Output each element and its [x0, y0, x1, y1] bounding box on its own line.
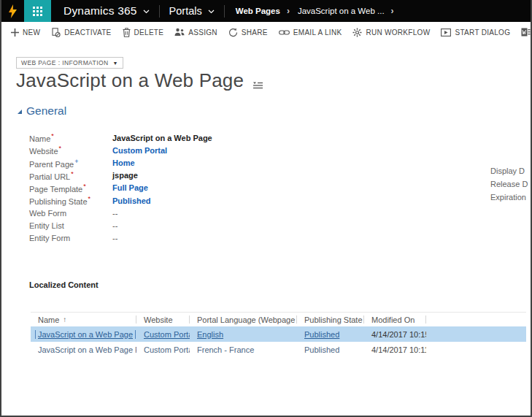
- row-language-link[interactable]: French - France: [190, 345, 297, 354]
- column-header-website[interactable]: Website: [136, 313, 190, 326]
- field-publishing-state: Publishing State* Published: [1, 194, 483, 207]
- recommended-mark: +: [74, 158, 78, 165]
- required-mark: *: [51, 132, 54, 139]
- play-box-icon: [441, 28, 451, 37]
- field-value-website-link[interactable]: Custom Portal: [112, 146, 167, 155]
- row-website-link[interactable]: Custom Portal: [136, 345, 190, 354]
- row-name-link[interactable]: JavaScript on a Web Page: [35, 330, 136, 339]
- field-page-template: Page Template* Full Page: [1, 182, 483, 194]
- field-parent-page: Parent Page+ Home: [1, 156, 483, 169]
- column-header-modified-on[interactable]: Modified On: [364, 313, 426, 326]
- breadcrumb-chevron-icon[interactable]: ›: [391, 6, 394, 16]
- record-set-navigator-icon[interactable]: [252, 72, 263, 94]
- start-dialog-button[interactable]: START DIALOG: [441, 28, 510, 37]
- share-button[interactable]: SHARE: [228, 28, 268, 37]
- app-window: Dynamics 365 Portals Web Pages › JavaScr…: [0, 0, 532, 417]
- field-website: Website* Custom Portal: [1, 144, 483, 156]
- right-column-field-labels: Display D Release D Expiration: [490, 167, 532, 207]
- field-name: Name* JavaScript on a Web Page: [1, 131, 483, 144]
- row-state-link[interactable]: Published: [304, 330, 339, 339]
- chevron-down-icon[interactable]: [143, 9, 150, 14]
- breadcrumb-web-pages[interactable]: Web Pages: [236, 7, 280, 15]
- field-entity-form: Entity Form --: [1, 232, 483, 245]
- required-mark: *: [88, 195, 91, 202]
- row-state-link[interactable]: Published: [297, 345, 364, 354]
- row-name-link[interactable]: JavaScript on a Web Page FR: [31, 345, 136, 354]
- form-fields: Name* JavaScript on a Web Page Website* …: [1, 131, 483, 245]
- top-nav-bar: Dynamics 365 Portals Web Pages › JavaScr…: [1, 0, 531, 22]
- breadcrumb-chevron-icon: ›: [287, 6, 290, 16]
- command-bar: NEW DEACTIVATE DELETE: [1, 22, 531, 42]
- row-modified-on: 4/14/2017 10:15 P...: [364, 330, 426, 339]
- field-entity-list: Entity List --: [1, 219, 483, 232]
- sort-ascending-icon: ↑: [63, 315, 66, 324]
- lightning-icon: [8, 4, 18, 18]
- delete-button[interactable]: DELETE: [123, 28, 164, 37]
- word-templates-button[interactable]: WORD TEMPLATES ▼: [521, 28, 532, 37]
- nav-divider: [159, 5, 160, 18]
- field-value-page-template-link[interactable]: Full Page: [112, 183, 148, 192]
- field-value-publishing-state-link[interactable]: Published: [112, 196, 151, 205]
- grid-header-row: Name ↑ Website Portal Language (Webpage …: [31, 312, 526, 326]
- page-title: JavaScript on a Web Page: [16, 67, 263, 94]
- field-label-release-date: Release D: [490, 180, 532, 193]
- app-launcher-button[interactable]: [24, 0, 51, 22]
- localized-content-grid: Name ↑ Website Portal Language (Webpage …: [31, 312, 526, 357]
- grid-row[interactable]: JavaScript on a Web Page FR Custom Porta…: [31, 342, 526, 357]
- trash-icon: [123, 28, 131, 37]
- field-value-entity-list[interactable]: --: [112, 221, 117, 230]
- section-header-general[interactable]: General: [18, 104, 66, 118]
- app-name[interactable]: Portals: [169, 5, 202, 17]
- row-language-link[interactable]: English: [197, 330, 223, 339]
- column-header-filler: [426, 313, 526, 326]
- run-workflow-button[interactable]: RUN WORKFLOW: [352, 28, 430, 37]
- new-button[interactable]: NEW: [11, 28, 40, 37]
- people-icon: [174, 28, 185, 37]
- field-value-parent-page-link[interactable]: Home: [112, 158, 135, 167]
- share-icon: [228, 28, 238, 37]
- section-collapse-icon: [18, 110, 22, 114]
- required-mark: *: [83, 183, 86, 190]
- required-mark: *: [71, 170, 74, 177]
- column-header-publishing-state[interactable]: Publishing State: [297, 313, 364, 326]
- field-value-partial-url[interactable]: jspage: [112, 171, 138, 180]
- chevron-down-icon[interactable]: [208, 9, 215, 14]
- grid-row-selected[interactable]: JavaScript on a Web Page Custom Portal E…: [31, 326, 526, 342]
- word-document-icon: [521, 28, 531, 37]
- row-website-link[interactable]: Custom Portal: [144, 330, 190, 339]
- field-partial-url: Partial URL* jspage: [1, 169, 483, 182]
- required-mark: *: [59, 145, 62, 152]
- field-value-name[interactable]: JavaScript on a Web Page: [112, 134, 212, 142]
- column-header-portal-language[interactable]: Portal Language (Webpage Langu..: [190, 313, 297, 326]
- deactivate-button[interactable]: DEACTIVATE: [51, 28, 111, 37]
- field-value-web-form[interactable]: --: [112, 209, 117, 218]
- column-header-name[interactable]: Name ↑: [31, 313, 136, 326]
- product-name[interactable]: Dynamics 365: [63, 4, 137, 18]
- field-label-display-date: Display D: [490, 167, 532, 180]
- subgrid-title: Localized Content: [29, 280, 99, 289]
- nav-divider: [224, 5, 225, 18]
- field-web-form: Web Form --: [1, 207, 483, 219]
- link-chain-icon: [279, 29, 290, 36]
- gear-icon: [352, 28, 362, 37]
- email-a-link-button[interactable]: EMAIL A LINK: [279, 28, 342, 37]
- chevron-down-icon: ▼: [112, 61, 117, 66]
- plus-icon: [11, 28, 19, 37]
- field-label-expiration-date: Expiration: [490, 193, 532, 206]
- waffle-grid-icon: [33, 7, 42, 16]
- deactivate-icon: [51, 28, 61, 37]
- row-modified-on: 4/14/2017 10:11 P...: [364, 345, 426, 354]
- breadcrumb-current-record[interactable]: JavaScript on a Web ...: [298, 7, 385, 15]
- assign-button[interactable]: ASSIGN: [174, 28, 217, 37]
- field-value-entity-form[interactable]: --: [112, 234, 117, 242]
